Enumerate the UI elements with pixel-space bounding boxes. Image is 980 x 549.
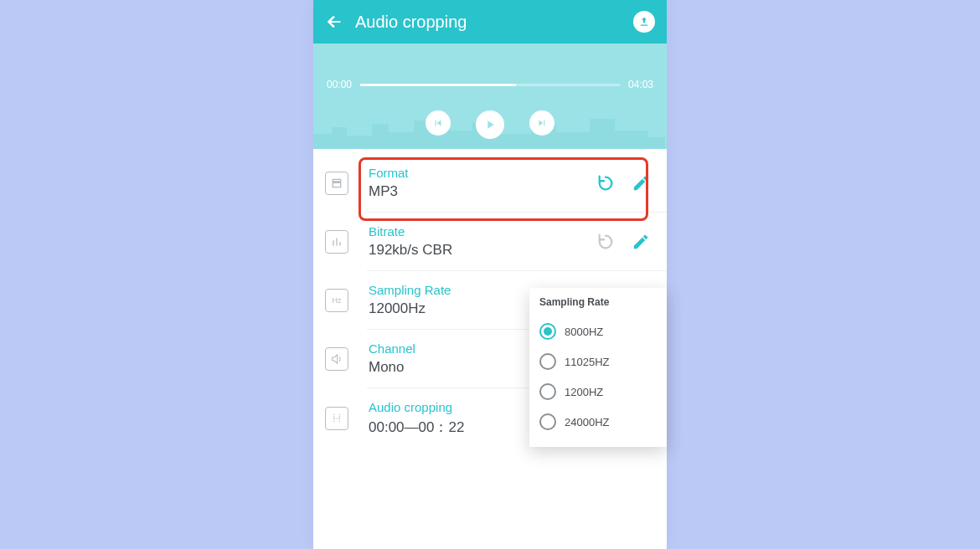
refresh-icon [596,233,615,251]
time-start: 00:00 [327,79,352,90]
player-controls [313,110,667,139]
popup-option-3[interactable]: 24000HZ [539,407,657,437]
row-bitrate: Bitrate 192kb/s CBR [313,213,667,270]
radio-icon [539,323,556,340]
popup-option-1[interactable]: 11025HZ [539,346,657,377]
seek-bar[interactable]: 00:00 04:03 [327,79,653,90]
radio-icon [539,383,556,400]
row-format-edit[interactable] [632,174,650,192]
sampling-rate-popup: Sampling Rate 8000HZ 11025HZ 1200HZ 2400… [529,288,667,447]
channel-icon [325,347,348,371]
popup-option-label: 11025HZ [565,356,609,368]
play-icon [483,118,497,131]
radio-icon [539,353,556,370]
row-format-reset[interactable] [596,174,615,192]
edit-icon [632,174,650,192]
back-button[interactable] [325,13,343,31]
app-bar: Audio cropping [313,0,667,44]
play-button[interactable] [476,110,504,139]
edit-icon [632,233,650,251]
popup-option-2[interactable]: 1200HZ [539,377,657,407]
back-arrow-icon [325,13,343,31]
row-format-label: Format [369,166,596,180]
bitrate-icon [325,230,348,254]
audio-player: 00:00 04:03 [313,44,667,149]
popup-option-0[interactable]: 8000HZ [539,316,657,346]
refresh-icon [596,174,615,192]
share-button[interactable] [633,11,655,33]
time-end: 04:03 [628,79,653,90]
row-format: Format MP3 [313,154,667,212]
page-title: Audio cropping [355,13,633,32]
format-icon [325,172,348,195]
row-bitrate-reset[interactable] [596,233,615,251]
radio-icon [539,413,556,430]
seek-progress [360,84,516,86]
row-bitrate-edit[interactable] [632,233,650,251]
popup-option-label: 8000HZ [565,326,603,338]
app-screen: Audio cropping 00:00 04:03 [313,0,667,549]
crop-icon [325,407,348,430]
share-icon [638,16,650,28]
popup-option-label: 1200HZ [565,386,603,398]
skip-previous-icon [432,117,444,129]
seek-track[interactable] [360,84,620,86]
prev-button[interactable] [426,110,451,136]
hz-icon: Hz [325,289,348,312]
row-bitrate-value: 192kb/s CBR [369,242,596,259]
row-format-value: MP3 [369,183,596,200]
popup-option-label: 24000HZ [565,416,609,428]
popup-title: Sampling Rate [539,296,657,308]
skip-next-icon [536,117,548,129]
row-bitrate-label: Bitrate [369,224,596,239]
next-button[interactable] [529,110,554,136]
